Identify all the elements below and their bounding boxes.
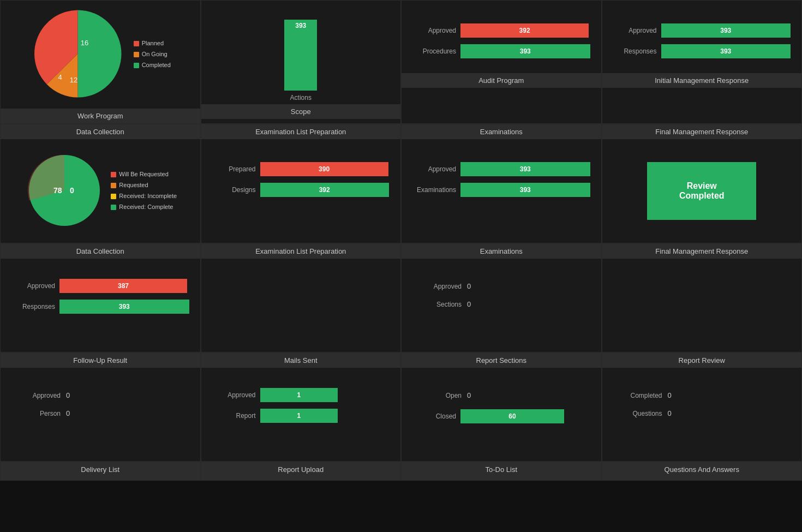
mails-approved-label: Approved — [212, 391, 256, 399]
followup-approved-label: Approved — [11, 392, 61, 399]
exam-designs-bar: 392 — [260, 183, 389, 197]
init-approved-bar: 393 — [661, 23, 791, 38]
ex2-approved-value: 0 — [467, 282, 471, 290]
pie-label-orange: 4 — [58, 73, 62, 81]
final-mgmt2-panel: Final Management Response — [602, 243, 803, 352]
exam-exams-bar: 393 — [460, 183, 590, 197]
audit-procedures-label: Procedures — [412, 47, 456, 55]
ex2-sections-value: 0 — [467, 300, 471, 308]
examinations2-header: Examinations — [402, 244, 601, 259]
pie2-label-other: 0 — [70, 186, 74, 195]
delivery-list-header: Delivery List — [1, 462, 200, 477]
qa-header: Questions And Answers — [602, 462, 802, 477]
report-review-header: Report Review — [602, 353, 802, 368]
dc2-responses-label: Responses — [11, 303, 55, 310]
legend-planned: Planned — [142, 38, 164, 49]
examinations-panel: Examinations Approved 393 Examinations 3… — [401, 124, 602, 243]
ex2-sections-label: Sections — [412, 301, 462, 308]
dc2-approved-label: Approved — [11, 282, 55, 290]
initial-mgmt-panel: Approved 393 Responses 393 Initial Manag… — [602, 0, 803, 124]
legend-recv-incomplete: Received: Incomplete — [119, 191, 177, 202]
reprev-questions-value: 0 — [668, 409, 672, 417]
init-approved-label: Approved — [613, 27, 657, 34]
exam-designs-label: Designs — [212, 186, 256, 194]
work-program-panel: 16 4 12 Planned On Going Completed Work … — [0, 0, 201, 124]
exam-list2-header: Examination List Preparation — [201, 244, 401, 259]
examinations-header: Examinations — [402, 124, 601, 139]
legend-completed: Completed — [142, 60, 171, 71]
audit-procedures-bar: 393 — [460, 44, 590, 58]
mails-sent-panel: Mails Sent Approved 1 Report 1 — [201, 352, 402, 462]
data-collection2-header: Data Collection — [1, 244, 200, 259]
mails-report-bar: 1 — [260, 409, 338, 423]
review-completed-box: Review Completed — [647, 162, 756, 220]
repsec-open-value: 0 — [467, 391, 471, 399]
scope-panel: 393 Actions Scope — [201, 0, 402, 124]
followup-person-value: 0 — [66, 409, 70, 417]
data-collection-chart: 78 0 — [23, 150, 105, 233]
audit-approved-bar: 392 — [460, 23, 589, 38]
mails-approved-bar: 1 — [260, 388, 338, 402]
exam-list2-panel: Examination List Preparation — [201, 243, 402, 352]
audit-program-header: Audit Program — [402, 73, 601, 88]
pie2-label-green: 78 — [53, 186, 62, 195]
pie-label-green: 16 — [80, 39, 88, 47]
data-collection-legend: Will Be Requested Requested Received: In… — [111, 169, 177, 212]
final-mgmt-panel: Final Management Response Review Complet… — [602, 124, 803, 243]
work-program-header: Work Program — [1, 109, 200, 123]
report-upload-header: Report Upload — [201, 462, 401, 477]
scope-bar-label: Actions — [290, 94, 312, 101]
reprev-questions-label: Questions — [613, 410, 662, 417]
audit-approved-label: Approved — [412, 27, 456, 34]
mails-report-label: Report — [212, 412, 256, 420]
report-upload-footer: Report Upload — [201, 462, 402, 481]
exam-list2-body — [201, 259, 401, 275]
mails-sent-header: Mails Sent — [201, 353, 401, 368]
init-responses-bar: 393 — [661, 44, 791, 58]
exam-prepared-label: Prepared — [212, 165, 256, 173]
dc2-responses-bar: 393 — [59, 300, 189, 314]
followup-approved-value: 0 — [66, 391, 70, 399]
report-sections-header: Report Sections — [402, 353, 601, 368]
exam-approved-bar: 393 — [460, 162, 590, 176]
legend-ongoing: On Going — [142, 49, 167, 60]
todo-list-header: To-Do List — [402, 462, 601, 477]
work-program-legend: Planned On Going Completed — [134, 38, 171, 70]
legend-will-be-req: Will Be Requested — [119, 169, 169, 180]
todo-list-footer: To-Do List — [401, 462, 602, 481]
delivery-list-footer: Delivery List — [0, 462, 201, 481]
ex2-approved-label: Approved — [412, 283, 462, 290]
legend-recv-complete: Received: Complete — [119, 202, 173, 213]
examinations2-panel: Examinations Approved 0 Sections 0 — [401, 243, 602, 352]
final-mgmt2-header: Final Management Response — [602, 244, 802, 259]
followup-person-label: Person — [11, 410, 61, 417]
followup-header: Follow-Up Result — [1, 353, 200, 368]
pie-label-red: 12 — [69, 76, 77, 84]
data-collection-panel: Data Collection 78 0 Will Be Requested R… — [0, 124, 201, 243]
repsec-open-label: Open — [412, 392, 462, 399]
scope-bar: 393 — [284, 20, 317, 91]
legend-requested: Requested — [119, 180, 148, 191]
report-review-panel: Report Review Completed 0 Questions 0 — [602, 352, 803, 462]
final-mgmt2-body — [602, 259, 802, 275]
repsec-closed-bar: 60 — [460, 409, 564, 423]
reprev-completed-label: Completed — [613, 392, 662, 399]
scope-header: Scope — [201, 104, 401, 119]
dc2-approved-bar: 387 — [59, 279, 187, 293]
exam-prepared-bar: 390 — [260, 162, 388, 176]
audit-program-panel: Approved 392 Procedures 393 Audit Progra… — [401, 0, 602, 124]
work-program-chart: 16 4 12 — [30, 6, 125, 103]
report-sections-panel: Report Sections Open 0 Closed 60 — [401, 352, 602, 462]
init-responses-label: Responses — [613, 47, 657, 55]
final-mgmt-header: Final Management Response — [602, 124, 802, 139]
exam-approved-label: Approved — [412, 165, 456, 173]
data-collection2-panel: Data Collection Approved 387 Responses 3… — [0, 243, 201, 352]
followup-panel: Follow-Up Result Approved 0 Person 0 — [0, 352, 201, 462]
reprev-completed-value: 0 — [668, 391, 672, 399]
repsec-closed-label: Closed — [412, 413, 456, 420]
qa-footer: Questions And Answers — [602, 462, 803, 481]
exam-exams-label: Examinations — [412, 186, 456, 194]
data-collection-header: Data Collection — [1, 124, 200, 139]
exam-list-prep-header: Examination List Preparation — [201, 124, 401, 139]
initial-mgmt-header: Initial Management Response — [602, 73, 802, 88]
